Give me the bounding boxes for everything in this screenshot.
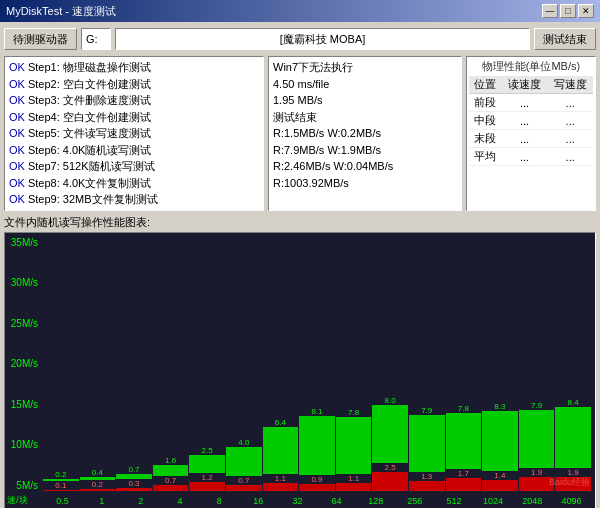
detect-driver-button[interactable]: 待测驱动器 — [4, 28, 77, 50]
y-axis-label: 35M/s — [7, 237, 41, 248]
title-bar-controls: — □ ✕ — [542, 4, 594, 18]
bar-label-green: 1.6 — [153, 456, 189, 465]
step-line: OK Step6: 4.0K随机读写测试 — [9, 142, 259, 159]
bar-group: 7.91.9 — [519, 237, 555, 491]
result-line: R:1003.92MB/s — [273, 175, 457, 192]
drive-label-field: [魔霸科技 MOBA] — [115, 28, 530, 50]
step-line: OK Step5: 文件读写速度测试 — [9, 125, 259, 142]
title-bar-title: MyDiskTest - 速度测试 — [6, 4, 116, 19]
bar-stack: 2.51.2 — [189, 237, 225, 491]
bar-stack: 0.40.2 — [80, 237, 116, 491]
bar-stack: 4.00.7 — [226, 237, 262, 491]
x-axis-label: 1 — [82, 496, 121, 506]
bar-red — [189, 482, 225, 491]
result-line: R:7.9MB/s W:1.9MB/s — [273, 142, 457, 159]
bar-label-green: 0.7 — [116, 465, 152, 474]
top-section: OK Step1: 物理磁盘操作测试OK Step2: 空白文件创建测试OK S… — [4, 56, 596, 211]
bar-label-green: 4.0 — [226, 438, 262, 447]
bar-group: 1.60.7 — [153, 237, 189, 491]
table-row: 末段...... — [469, 130, 593, 148]
bar-label-red: 1.7 — [446, 469, 482, 478]
x-axis-label: 32 — [278, 496, 317, 506]
bar-green — [153, 465, 189, 477]
bar-label-red: 2.5 — [372, 463, 408, 472]
table-cell: ... — [547, 130, 593, 148]
bar-green — [555, 407, 591, 468]
bar-label-green: 0.2 — [43, 470, 79, 479]
bar-label-green: 7.9 — [409, 406, 445, 415]
bar-group: 7.91.3 — [409, 237, 445, 491]
table-cell: ... — [547, 148, 593, 166]
bar-red — [372, 472, 408, 490]
bar-group: 7.81.7 — [446, 237, 482, 491]
y-axis-label: 20M/s — [7, 358, 41, 369]
bar-group: 6.41.1 — [263, 237, 299, 491]
bar-group: 8.41.9 — [555, 237, 591, 491]
y-axis: 35M/s30M/s25M/s20M/s15M/s10M/s5M/s — [5, 233, 43, 491]
table-cell: ... — [547, 94, 593, 112]
bar-label-red: 1.2 — [189, 473, 225, 482]
y-axis-label: 5M/s — [7, 480, 41, 491]
y-axis-label: 10M/s — [7, 439, 41, 450]
bar-label-green: 8.3 — [482, 402, 518, 411]
bar-stack: 6.41.1 — [263, 237, 299, 491]
bar-label-green: 0.4 — [80, 468, 116, 477]
title-bar: MyDiskTest - 速度测试 — □ ✕ — [0, 0, 600, 22]
bar-stack: 8.31.4 — [482, 237, 518, 491]
close-button[interactable]: ✕ — [578, 4, 594, 18]
bar-label-green: 8.0 — [372, 396, 408, 405]
bar-green — [446, 413, 482, 470]
result-line: R:1.5MB/s W:0.2MB/s — [273, 125, 457, 142]
bar-red — [409, 481, 445, 490]
step-line: OK Step2: 空白文件创建测试 — [9, 76, 259, 93]
table-header: 位置 — [469, 76, 502, 94]
x-axis-label: 128 — [356, 496, 395, 506]
minimize-button[interactable]: — — [542, 4, 558, 18]
bar-group: 8.31.4 — [482, 237, 518, 491]
table-cell: 中段 — [469, 112, 502, 130]
right-panel: 物理性能(单位MB/s) 位置读速度写速度前段......中段......末段.… — [466, 56, 596, 211]
chart-inner: 0.20.10.40.20.70.31.60.72.51.24.00.76.41… — [43, 237, 591, 491]
x-axis-speed-label: 速/块 — [7, 494, 28, 507]
bar-green — [226, 447, 262, 476]
bar-label-green: 7.9 — [519, 401, 555, 410]
bar-stack: 7.91.9 — [519, 237, 555, 491]
table-cell: ... — [547, 112, 593, 130]
x-axis-label: 64 — [317, 496, 356, 506]
x-axis: 速/块0.51248163264128256512102420484096 — [43, 491, 591, 509]
x-axis-label: 256 — [395, 496, 434, 506]
bar-green — [336, 417, 372, 474]
bar-label-red: 0.9 — [299, 475, 335, 484]
bar-green — [482, 411, 518, 471]
bar-label-green: 2.5 — [189, 446, 225, 455]
table-cell: 前段 — [469, 94, 502, 112]
bar-red — [482, 480, 518, 490]
bar-label-red: 0.7 — [153, 476, 189, 485]
step-line: OK Step3: 文件删除速度测试 — [9, 92, 259, 109]
bar-stack: 8.02.5 — [372, 237, 408, 491]
result-line: Win7下无法执行 — [273, 59, 457, 76]
bar-stack: 0.20.1 — [43, 237, 79, 491]
bar-stack: 1.60.7 — [153, 237, 189, 491]
y-axis-label: 25M/s — [7, 318, 41, 329]
bar-label-green: 6.4 — [263, 418, 299, 427]
bar-group: 7.81.1 — [336, 237, 372, 491]
bar-label-red: 1.1 — [336, 474, 372, 483]
toolbar: 待测驱动器 G: [魔霸科技 MOBA] 测试结束 — [4, 26, 596, 52]
chart-label: 文件内随机读写操作性能图表: — [4, 215, 596, 230]
drive-letter-field: G: — [81, 28, 111, 50]
test-end-button[interactable]: 测试结束 — [534, 28, 596, 50]
table-header: 写速度 — [547, 76, 593, 94]
bar-label-red: 0.2 — [80, 480, 116, 489]
table-row: 前段...... — [469, 94, 593, 112]
bar-group: 8.02.5 — [372, 237, 408, 491]
result-line: 测试结束 — [273, 109, 457, 126]
y-axis-label: 30M/s — [7, 277, 41, 288]
chart-area: 35M/s30M/s25M/s20M/s15M/s10M/s5M/s 0.20.… — [5, 233, 595, 509]
table-cell: 平均 — [469, 148, 502, 166]
result-line: 4.50 ms/file — [273, 76, 457, 93]
table-cell: ... — [502, 94, 548, 112]
x-axis-label: 16 — [239, 496, 278, 506]
maximize-button[interactable]: □ — [560, 4, 576, 18]
y-axis-label: 15M/s — [7, 399, 41, 410]
